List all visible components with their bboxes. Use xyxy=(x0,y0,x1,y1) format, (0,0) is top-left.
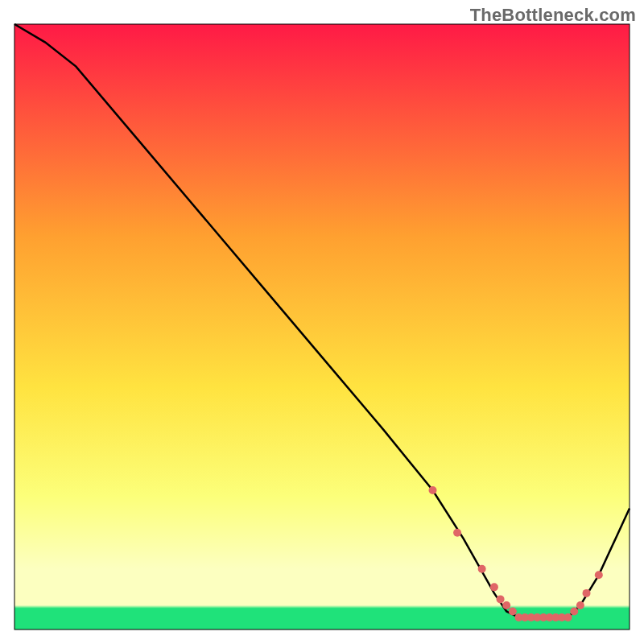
marker-dot xyxy=(453,529,461,537)
marker-dot xyxy=(429,486,437,494)
marker-dot xyxy=(595,571,603,579)
bottleneck-chart xyxy=(0,0,644,644)
chart-canvas: TheBottleneck.com xyxy=(0,0,644,644)
watermark-label: TheBottleneck.com xyxy=(470,5,636,26)
marker-dot xyxy=(583,589,591,597)
marker-dot xyxy=(490,583,498,591)
marker-dot xyxy=(497,595,505,603)
marker-dot xyxy=(564,613,572,621)
plot-area xyxy=(14,24,630,630)
marker-dot xyxy=(570,607,578,615)
marker-dot xyxy=(576,601,584,609)
marker-dot xyxy=(509,607,517,615)
marker-dot xyxy=(502,601,510,609)
marker-dot xyxy=(478,565,486,573)
